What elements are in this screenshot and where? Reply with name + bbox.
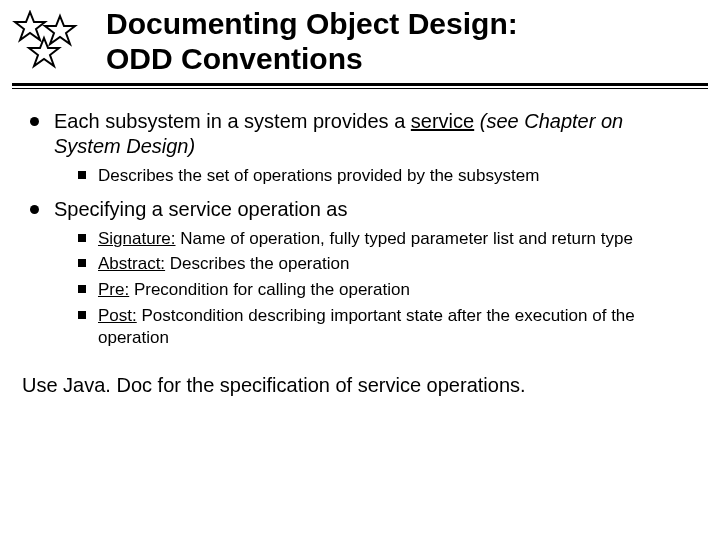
underline-text: service [411,110,474,132]
sub-item: Abstract: Describes the operation [76,253,692,275]
slide: Documenting Object Design: ODD Conventio… [0,0,720,540]
underline-text: Pre: [98,280,129,299]
sub-item: Signature: Name of operation, fully type… [76,228,692,250]
slide-title: Documenting Object Design: ODD Conventio… [106,6,708,77]
sub-list: Describes the set of operations provided… [54,165,692,187]
bullet-item: Specifying a service operation as Signat… [28,197,692,349]
sub-text: Postcondition describing important state… [98,306,635,347]
sub-list: Signature: Name of operation, fully type… [54,228,692,349]
underline-text: Abstract: [98,254,165,273]
title-wrap: Documenting Object Design: ODD Conventio… [100,6,708,77]
sub-item: Post: Postcondition describing important… [76,305,692,349]
sub-item: Pre: Precondition for calling the operat… [76,279,692,301]
bullet-item: Each subsystem in a system provides a se… [28,109,692,187]
underline-text: Signature: [98,229,176,248]
header: Documenting Object Design: ODD Conventio… [0,0,720,79]
bullet-list: Each subsystem in a system provides a se… [28,109,692,349]
footer-text: Use Java. Doc for the specification of s… [22,374,526,396]
title-line-1: Documenting Object Design: [106,7,518,40]
footer-note: Use Java. Doc for the specification of s… [0,358,720,398]
bullet-text: Each subsystem in a system provides a [54,110,411,132]
sub-text: Precondition for calling the operation [129,280,410,299]
logo-stars [8,10,100,74]
sub-item: Describes the set of operations provided… [76,165,692,187]
bullet-text: Specifying a service operation as [54,198,348,220]
sub-text: Describes the set of operations provided… [98,166,539,185]
sub-text: Name of operation, fully typed parameter… [176,229,633,248]
body: Each subsystem in a system provides a se… [0,89,720,349]
sub-text: Describes the operation [165,254,349,273]
title-line-2: ODD Conventions [106,42,363,75]
underline-text: Post: [98,306,137,325]
